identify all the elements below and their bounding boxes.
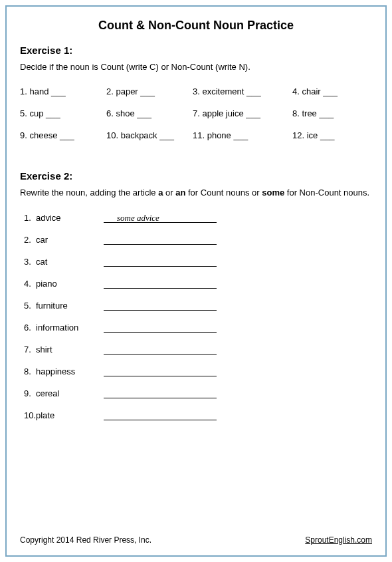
copyright-text: Copyright 2014 Red River Press, Inc. xyxy=(20,535,151,545)
ex1-item: 3. excitement ___ xyxy=(193,86,292,96)
ex2-answer-text: some advice xyxy=(117,213,159,223)
ex1-item: 1. hand ___ xyxy=(20,86,106,96)
text: Rewrite the noun, adding the article xyxy=(20,188,158,198)
exercise1-instructions: Decide if the noun is Count (write C) or… xyxy=(20,61,372,73)
ex2-word: cat xyxy=(36,257,104,267)
text-bold: an xyxy=(175,188,185,198)
text: for Non-Count nouns. xyxy=(284,188,369,198)
ex2-row: 7. shirt xyxy=(20,344,372,354)
ex1-item: 2. paper ___ xyxy=(106,86,193,96)
ex2-number: 1. xyxy=(20,213,36,223)
ex2-word: cereal xyxy=(36,388,104,398)
page-footer: Copyright 2014 Red River Press, Inc. Spr… xyxy=(20,535,372,545)
worksheet-page: Count & Non-Count Noun Practice Exercise… xyxy=(5,5,387,557)
ex2-number: 2. xyxy=(20,235,36,245)
footer-link[interactable]: SproutEnglish.com xyxy=(305,535,372,545)
ex2-number: 5. xyxy=(20,301,36,311)
ex2-number: 10. xyxy=(20,410,36,420)
exercise2-list: 1. advice some advice 2. car 3. cat 4. p… xyxy=(20,212,372,420)
ex2-number: 7. xyxy=(20,345,36,354)
ex2-row: 5. furniture xyxy=(20,300,372,311)
ex2-answer-line xyxy=(104,344,217,354)
ex2-word: information xyxy=(36,323,104,333)
text: for Count nouns or xyxy=(185,188,262,198)
ex1-item: 7. apple juice ___ xyxy=(193,108,292,118)
ex2-word: piano xyxy=(36,279,104,289)
ex1-item: 5. cup ___ xyxy=(20,108,106,118)
ex2-word: advice xyxy=(36,213,104,223)
ex2-row: 3. cat xyxy=(20,256,372,267)
ex2-answer-line xyxy=(104,366,217,376)
ex1-item: 12. ice ___ xyxy=(292,130,372,140)
text: or xyxy=(163,188,175,198)
ex2-number: 8. xyxy=(20,366,36,376)
ex1-item: 10. backpack ___ xyxy=(106,130,193,140)
exercise2-instructions: Rewrite the noun, adding the article a o… xyxy=(20,187,372,199)
ex2-word: furniture xyxy=(36,301,104,311)
ex2-row: 6. information xyxy=(20,322,372,333)
ex1-item: 11. phone ___ xyxy=(193,130,292,140)
ex2-row: 8. happiness xyxy=(20,366,372,376)
ex2-word: plate xyxy=(36,410,104,420)
ex2-answer-line xyxy=(104,388,217,398)
page-title: Count & Non-Count Noun Practice xyxy=(20,19,372,33)
ex2-answer-line xyxy=(104,256,217,267)
ex1-item: 6. shoe ___ xyxy=(106,108,193,118)
text-bold: some xyxy=(262,188,284,198)
ex2-answer-line xyxy=(104,234,217,245)
ex2-answer-line xyxy=(104,322,217,333)
ex2-answer-line: some advice xyxy=(104,212,217,223)
ex2-row: 4. piano xyxy=(20,278,372,289)
ex2-number: 4. xyxy=(20,279,36,289)
ex2-row: 1. advice some advice xyxy=(20,212,372,223)
ex2-number: 6. xyxy=(20,323,36,333)
ex2-answer-line xyxy=(104,278,217,289)
ex2-number: 9. xyxy=(20,388,36,398)
ex1-item: 4. chair ___ xyxy=(292,86,372,96)
exercise1-heading: Exercise 1: xyxy=(20,45,372,56)
ex1-item: 9. cheese ___ xyxy=(20,130,106,140)
ex2-word: shirt xyxy=(36,345,104,354)
ex2-row: 9. cereal xyxy=(20,388,372,398)
ex2-row: 10. plate xyxy=(20,410,372,420)
ex2-number: 3. xyxy=(20,257,36,267)
ex2-word: car xyxy=(36,235,104,245)
ex2-word: happiness xyxy=(36,366,104,376)
ex2-answer-line xyxy=(104,410,217,420)
ex2-row: 2. car xyxy=(20,234,372,245)
exercise2-heading: Exercise 2: xyxy=(20,170,372,182)
ex1-item: 8. tree ___ xyxy=(292,108,372,118)
ex2-answer-line xyxy=(104,300,217,311)
exercise1-grid: 1. hand ___ 2. paper ___ 3. excitement _… xyxy=(20,86,372,140)
